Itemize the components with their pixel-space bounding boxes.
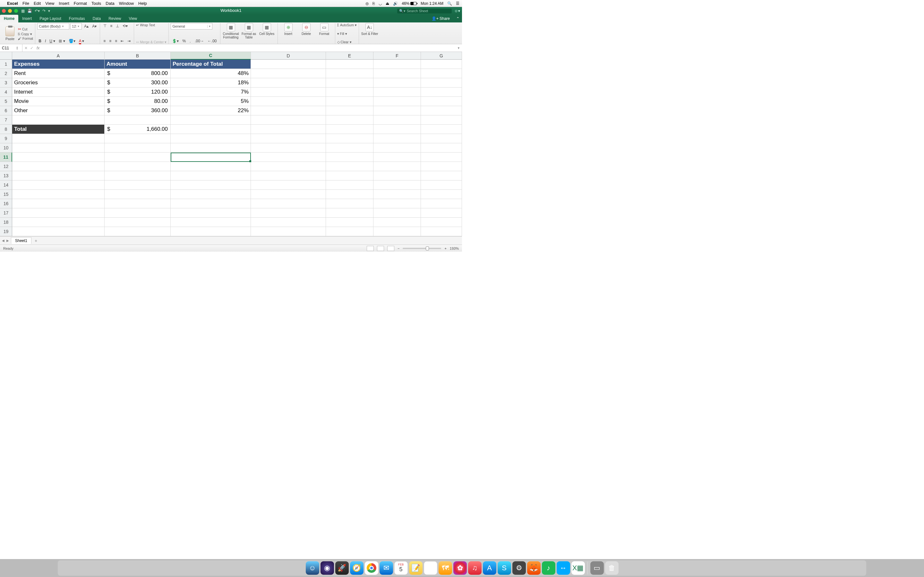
cell[interactable] (12, 181, 105, 190)
cell[interactable] (251, 143, 326, 153)
clock[interactable]: Mon 1:24 AM (421, 1, 443, 6)
cell[interactable] (171, 115, 251, 125)
cell[interactable] (373, 143, 421, 153)
formula-input[interactable] (41, 46, 455, 50)
cell[interactable] (421, 60, 462, 69)
comma-button[interactable]: ⸒ (188, 38, 192, 44)
tab-view[interactable]: View (125, 15, 141, 23)
cell-c3[interactable]: 18% (171, 78, 251, 87)
cell[interactable] (373, 199, 421, 208)
row-header[interactable]: 13 (0, 171, 12, 181)
cell-b1[interactable]: Amount (105, 60, 171, 69)
row-header[interactable]: 8 (0, 125, 12, 134)
align-middle-button[interactable]: ≡ (109, 23, 113, 29)
col-header-c[interactable]: C (171, 52, 251, 60)
spotlight-icon[interactable]: 🔍 (447, 1, 452, 6)
cell-b6[interactable]: $360.00 (105, 106, 171, 115)
menu-help[interactable]: Help (138, 1, 147, 6)
row-header[interactable]: 17 (0, 208, 12, 218)
cell[interactable] (171, 143, 251, 153)
cell-a3[interactable]: Groceries (12, 78, 105, 87)
cell[interactable] (373, 181, 421, 190)
minimize-button[interactable] (8, 9, 12, 13)
cell[interactable] (421, 171, 462, 181)
expand-formula-icon[interactable]: ▼ (455, 47, 462, 50)
cell-styles-button[interactable]: ▦Cell Styles (258, 23, 276, 44)
cell[interactable] (12, 208, 105, 218)
cell[interactable] (421, 153, 462, 162)
cell[interactable] (326, 69, 373, 78)
cell-a6[interactable]: Other (12, 106, 105, 115)
insert-cells-button[interactable]: ⊕Insert (280, 23, 297, 44)
underline-button[interactable]: U ▾ (48, 38, 57, 44)
tab-page-layout[interactable]: Page Layout (36, 15, 65, 23)
orientation-button[interactable]: ⟲▾ (121, 23, 129, 29)
cell[interactable] (12, 171, 105, 181)
cell[interactable] (421, 218, 462, 227)
cell[interactable] (12, 143, 105, 153)
view-pagelayout-button[interactable] (377, 246, 384, 251)
cell[interactable] (421, 181, 462, 190)
cell[interactable] (251, 106, 326, 115)
cell[interactable] (326, 134, 373, 143)
align-center-button[interactable]: ≡ (108, 38, 113, 44)
cell[interactable] (105, 143, 171, 153)
number-format-selector[interactable]: General▼ (171, 23, 212, 29)
cell[interactable] (373, 106, 421, 115)
increase-indent-button[interactable]: ⇥ (126, 38, 132, 44)
border-button[interactable]: ⊞ ▾ (57, 38, 66, 44)
qat-save-icon[interactable]: 💾 (27, 9, 32, 13)
cell[interactable] (251, 78, 326, 87)
cell[interactable] (171, 199, 251, 208)
fill-color-button[interactable]: 🪣▾ (67, 38, 77, 44)
menu-window[interactable]: Window (119, 1, 134, 6)
cell[interactable] (251, 171, 326, 181)
format-painter-button[interactable]: 🖌Format (18, 37, 33, 40)
delete-cells-button[interactable]: ⊖Delete (298, 23, 315, 44)
cell-c6[interactable]: 22% (171, 106, 251, 115)
cell[interactable] (251, 69, 326, 78)
cell[interactable] (326, 97, 373, 106)
cell[interactable] (105, 134, 171, 143)
autosum-button[interactable]: ΣAutoSum ▾ (337, 23, 357, 27)
attach-icon[interactable]: ⎘ (373, 1, 375, 6)
cell-a1[interactable]: Expenses (12, 60, 105, 69)
add-sheet-button[interactable]: + (33, 238, 39, 243)
cell[interactable] (373, 87, 421, 97)
cell[interactable] (105, 199, 171, 208)
cell[interactable] (171, 153, 251, 162)
sheet-nav-prev[interactable]: ◀ (2, 239, 5, 242)
feedback-icon[interactable]: ☺▾ (454, 9, 460, 13)
battery-status[interactable]: 46% (402, 1, 417, 6)
volume-icon[interactable]: 🔊 (393, 1, 398, 6)
cell[interactable] (251, 208, 326, 218)
align-top-button[interactable]: ⊤ (102, 23, 108, 29)
wrap-text-button[interactable]: ↵Wrap Text (136, 23, 166, 27)
cell[interactable] (326, 171, 373, 181)
cell[interactable] (326, 87, 373, 97)
qat-redo-icon[interactable]: ↷ (42, 9, 45, 13)
menu-insert[interactable]: Insert (59, 1, 69, 6)
font-color-button[interactable]: A ▾ (78, 38, 86, 44)
format-cells-button[interactable]: ▭Format (316, 23, 333, 44)
menu-tools[interactable]: Tools (91, 1, 101, 6)
cell[interactable] (373, 190, 421, 199)
row-header[interactable]: 19 (0, 227, 12, 236)
zoom-in-button[interactable]: + (444, 247, 446, 250)
cell[interactable] (421, 143, 462, 153)
menu-file[interactable]: File (23, 1, 29, 6)
cell[interactable] (421, 227, 462, 236)
cell[interactable] (251, 115, 326, 125)
fx-icon[interactable]: fx (35, 46, 41, 50)
cell-b2[interactable]: $800.00 (105, 69, 171, 78)
cell[interactable] (105, 171, 171, 181)
menu-format[interactable]: Format (74, 1, 87, 6)
row-header[interactable]: 7 (0, 115, 12, 125)
cell[interactable] (171, 218, 251, 227)
fill-button[interactable]: ▾Fill ▾ (337, 32, 357, 35)
cc-icon[interactable]: ◎ (365, 1, 368, 6)
cell[interactable] (12, 227, 105, 236)
menu-data[interactable]: Data (105, 1, 114, 6)
row-header[interactable]: 16 (0, 199, 12, 208)
cell[interactable] (251, 199, 326, 208)
